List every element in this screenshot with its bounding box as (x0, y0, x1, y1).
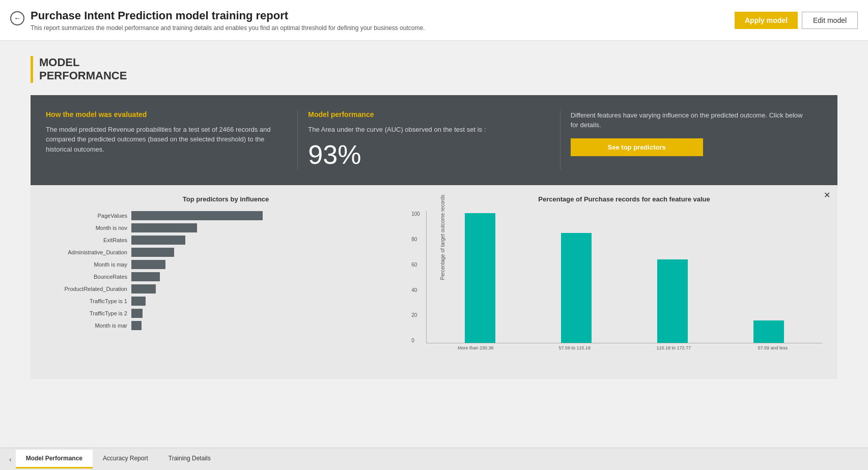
feature-value-title: Percentage of Purchase records for each … (426, 195, 822, 203)
header: ← Purchase Intent Prediction model train… (0, 0, 868, 41)
bar-label: Month is nov (46, 225, 127, 231)
predictors-col: Different features have varying influenc… (571, 110, 822, 170)
performance-col: Model performance The Area under the cur… (308, 110, 560, 170)
header-title-block: Purchase Intent Prediction model trainin… (31, 9, 425, 32)
page-subtitle: This report summarizes the model perform… (31, 24, 425, 32)
apply-model-button[interactable]: Apply model (735, 12, 798, 29)
y-tick: 80 (411, 237, 420, 242)
bar-label: Administrative_Duration (46, 249, 127, 255)
bar-fill (131, 297, 146, 306)
x-axis-label: More than 230.36 (455, 345, 496, 350)
edit-model-button[interactable]: Edit model (802, 12, 858, 29)
teal-bar (657, 259, 688, 343)
bar-fill (131, 260, 165, 269)
teal-bar (561, 233, 592, 343)
bottom-tabs: ‹ Model PerformanceAccuracy ReportTraini… (0, 448, 868, 470)
bar-track (131, 272, 406, 281)
bar-row: Month is mar (46, 321, 406, 330)
tab-model-performance[interactable]: Model Performance (16, 450, 93, 468)
bar-label: BounceRates (46, 274, 127, 280)
y-tick: 0 (411, 338, 420, 343)
bar-track (131, 297, 406, 306)
feature-value-chart: Percentage of Purchase records for each … (426, 195, 822, 364)
bar-fill (131, 236, 185, 245)
model-performance-panel: How the model was evaluated The model pr… (31, 95, 837, 186)
bar-label: PageValues (46, 213, 127, 219)
teal-bar-col (652, 259, 693, 343)
main-content: MODEL PERFORMANCE How the model was eval… (0, 41, 868, 448)
teal-bar-col (460, 213, 500, 343)
bar-row: ProductRelated_Duration (46, 284, 406, 293)
y-axis-ticks: 100806040200 (411, 211, 420, 343)
bar-fill (131, 272, 160, 281)
teal-bar-col (556, 233, 597, 343)
bar-fill (131, 321, 142, 330)
y-tick: 20 (411, 312, 420, 318)
back-button[interactable]: ← (10, 11, 24, 25)
y-tick: 100 (411, 211, 420, 217)
bar-fill (131, 223, 197, 232)
x-axis-label: 57.59 and less (752, 345, 793, 350)
teal-bar (465, 213, 495, 343)
bar-track (131, 284, 406, 293)
predictors-description: Different features have varying influenc… (571, 110, 812, 130)
bar-row: TrafficType is 2 (46, 309, 406, 318)
top-predictors-title: Top predictors by influence (46, 195, 406, 203)
bar-row: Month is may (46, 260, 406, 269)
bar-track (131, 309, 406, 318)
teal-chart-inner: Percentage of target outcome records 100… (426, 211, 822, 343)
header-left: ← Purchase Intent Prediction model train… (10, 9, 425, 32)
y-axis-label: Percentage of target outcome records (440, 194, 446, 280)
performance-title: Model performance (308, 110, 549, 119)
y-tick: 60 (411, 262, 420, 268)
bar-label: TrafficType is 2 (46, 310, 127, 316)
bar-track (131, 260, 406, 269)
tab-accuracy-report[interactable]: Accuracy Report (93, 450, 158, 468)
see-top-predictors-button[interactable]: See top predictors (571, 138, 703, 156)
section-title-bar: MODEL PERFORMANCE (31, 56, 837, 83)
evaluation-col: How the model was evaluated The model pr… (46, 110, 298, 170)
tab-scroll-left[interactable]: ‹ (5, 453, 16, 465)
bar-chart-rows: PageValuesMonth is novExitRatesAdministr… (46, 211, 406, 330)
bar-row: Administrative_Duration (46, 248, 406, 257)
yellow-accent-bar (31, 56, 33, 83)
y-tick: 40 (411, 287, 420, 293)
bar-fill (131, 309, 143, 318)
bar-label: ExitRates (46, 237, 127, 243)
bar-label: Month is mar (46, 322, 127, 329)
teal-chart-area: Percentage of target outcome records 100… (426, 211, 822, 364)
bar-track (131, 321, 406, 330)
bar-track (131, 236, 406, 245)
bar-fill (131, 248, 174, 257)
page-title: Purchase Intent Prediction model trainin… (31, 9, 425, 22)
tabs-container: Model PerformanceAccuracy ReportTraining… (16, 450, 221, 468)
bar-fill (131, 284, 156, 293)
teal-bar-col (748, 320, 789, 343)
evaluation-text: The model predicted Revenue probabilitie… (46, 125, 287, 155)
bar-label: Month is may (46, 261, 127, 268)
bar-row: Month is nov (46, 223, 406, 232)
bar-track (131, 223, 406, 232)
bar-track (131, 211, 406, 220)
bar-label: TrafficType is 1 (46, 298, 127, 304)
back-icon: ← (14, 14, 20, 22)
bar-fill (131, 211, 263, 220)
bar-row: PageValues (46, 211, 406, 220)
tab-training-details[interactable]: Training Details (158, 450, 221, 468)
header-actions: Apply model Edit model (735, 12, 858, 29)
bar-label: ProductRelated_Duration (46, 286, 127, 292)
bar-row: TrafficType is 1 (46, 297, 406, 306)
x-axis-label: 115.18 to 172.77 (653, 345, 694, 350)
bar-row: BounceRates (46, 272, 406, 281)
performance-text: The Area under the curve (AUC) observed … (308, 125, 549, 135)
bar-row: ExitRates (46, 236, 406, 245)
evaluation-title: How the model was evaluated (46, 110, 287, 119)
auc-value: 93% (308, 139, 549, 170)
top-predictors-chart: Top predictors by influence PageValuesMo… (46, 195, 406, 364)
teal-bar (753, 320, 784, 343)
close-button[interactable]: ✕ (824, 190, 830, 200)
x-axis-label: 57.59 to 115.18 (554, 345, 595, 350)
bar-track (131, 248, 406, 257)
charts-panel: ✕ Top predictors by influence PageValues… (31, 185, 837, 379)
content-area: MODEL PERFORMANCE How the model was eval… (0, 41, 868, 448)
